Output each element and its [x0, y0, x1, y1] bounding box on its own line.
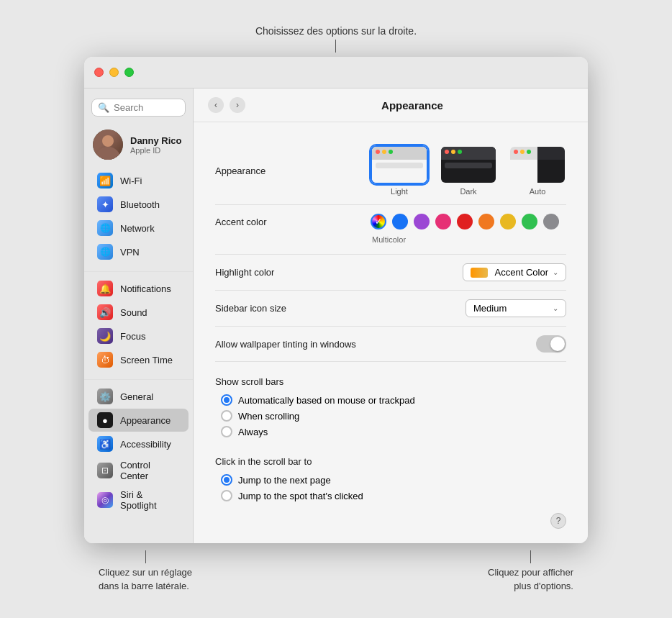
sidebar-label-controlcenter: Control Center [120, 460, 180, 481]
appearance-option-light[interactable]: Light [371, 145, 428, 196]
thumb-light-content [376, 163, 423, 168]
accent-yellow[interactable] [500, 214, 516, 230]
siri-icon: ◎ [97, 492, 113, 508]
thumb-dark-dots [445, 150, 462, 154]
click-spot-radio [221, 490, 232, 501]
content-title: Appearance [251, 99, 573, 112]
avatar-face [93, 129, 123, 160]
accent-orange[interactable] [478, 214, 494, 230]
controlcenter-icon: ⊡ [97, 463, 113, 478]
scroll-always-option[interactable]: Always [221, 426, 566, 437]
appearance-option-auto[interactable]: Auto [509, 145, 566, 196]
sidebar-label-network: Network [120, 223, 155, 234]
scroll-bars-label: Show scroll bars [215, 369, 566, 390]
help-button[interactable]: ? [550, 513, 566, 529]
highlight-color-dropdown[interactable]: Accent Color ⌄ [463, 263, 566, 281]
back-button[interactable]: ‹ [208, 97, 224, 113]
accent-green[interactable] [522, 214, 537, 230]
sidebar-item-vpn[interactable]: 🌐 VPN [88, 240, 189, 263]
highlight-color-text: Accent Color [495, 267, 548, 278]
accent-pink[interactable] [435, 214, 451, 230]
sidebar-item-appearance[interactable]: ● Appearance [88, 409, 189, 432]
avatar [93, 129, 123, 160]
network-icon: 🌐 [97, 220, 113, 236]
appearance-row-label: Appearance [215, 165, 359, 176]
wallpaper-tinting-toggle[interactable] [536, 335, 566, 353]
notifications-icon: 🔔 [97, 281, 113, 296]
accessibility-icon: ♿ [97, 436, 113, 452]
appearance-row: Appearance [215, 137, 566, 205]
annotation-left-line [145, 550, 146, 563]
highlight-swatch [471, 268, 488, 278]
general-icon: ⚙️ [97, 388, 113, 404]
accent-colors-group: Multicolor [371, 214, 559, 245]
search-input[interactable] [114, 102, 179, 113]
sidebar-label-siri: Siri & Spotlight [120, 489, 180, 511]
sidebar-item-notifications[interactable]: 🔔 Notifications [88, 277, 189, 300]
click-next-page-option[interactable]: Jump to the next page [221, 474, 566, 486]
accent-color-value: Multicolor [371, 214, 566, 245]
click-scroll-section: Click in the scroll bar to Jump to the n… [215, 442, 566, 506]
accent-graphite[interactable] [543, 214, 559, 230]
sidebar-item-wifi[interactable]: 📶 Wi-Fi [88, 169, 189, 192]
click-scroll-radio-group: Jump to the next page Jump to the spot t… [215, 474, 566, 501]
sidebar-item-sound[interactable]: 🔊 Sound [88, 301, 189, 324]
sidebar-section-personal: 🔔 Notifications 🔊 Sound 🌙 Focus ⏱ Screen… [84, 276, 193, 372]
svg-point-0 [95, 147, 121, 160]
content-body: Appearance [194, 122, 588, 543]
user-name: Danny Rico [130, 135, 182, 146]
accent-red[interactable] [457, 214, 473, 230]
accent-purple[interactable] [414, 214, 430, 230]
sidebar-item-controlcenter[interactable]: ⊡ Control Center [88, 456, 189, 485]
sidebar-item-accessibility[interactable]: ♿ Accessibility [88, 432, 189, 455]
appearance-options: Light [371, 145, 566, 196]
maximize-button[interactable] [124, 68, 134, 77]
highlight-color-label: Highlight color [215, 267, 359, 278]
sidebar-label-wifi: Wi-Fi [120, 176, 142, 186]
sidebar-icon-size-label: Sidebar icon size [215, 303, 359, 314]
click-scroll-label: Click in the scroll bar to [215, 449, 566, 470]
click-next-page-label: Jump to the next page [238, 475, 331, 486]
click-spot-option[interactable]: Jump to the spot that's clicked [221, 490, 566, 501]
dot-max-a [527, 150, 531, 154]
thumb-auto-bg [510, 147, 565, 183]
dot-close-d [445, 150, 449, 154]
wallpaper-tinting-label: Allow wallpaper tinting in windows [215, 339, 359, 350]
sidebar-item-focus[interactable]: 🌙 Focus [88, 324, 189, 347]
appearance-option-dark[interactable]: Dark [440, 145, 497, 196]
sidebar-item-general[interactable]: ⚙️ General [88, 385, 189, 408]
search-bar[interactable]: 🔍 [91, 99, 186, 117]
user-profile[interactable]: Danny Rico Apple ID [84, 124, 193, 168]
highlight-color-value: Accent Color ⌄ [371, 263, 566, 281]
tooltip-top: Choisissez des options sur la droite. [255, 25, 417, 53]
scroll-auto-option[interactable]: Automatically based on mouse or trackpad [221, 394, 566, 406]
accent-blue[interactable] [392, 214, 408, 230]
sidebar-item-bluetooth[interactable]: ✦ Bluetooth [88, 193, 189, 216]
sidebar-label-general: General [120, 391, 153, 402]
sidebar-item-siri[interactable]: ◎ Siri & Spotlight [88, 486, 189, 514]
minimize-button[interactable] [109, 68, 119, 77]
scroll-scrolling-option[interactable]: When scrolling [221, 410, 566, 422]
window-wrapper: Choisissez des options sur la droite. 🔍 [84, 25, 588, 592]
forward-button[interactable]: › [230, 97, 245, 113]
scroll-scrolling-radio [221, 410, 232, 422]
dot-max [389, 150, 393, 154]
accent-color-row: Accent color [215, 205, 566, 255]
main-window: 🔍 Danny Rico [84, 57, 588, 543]
sidebar-section-network: 📶 Wi-Fi ✦ Bluetooth 🌐 Network 🌐 VPN [84, 168, 193, 264]
accent-multicolor[interactable] [371, 214, 386, 230]
close-button[interactable] [94, 68, 104, 77]
accent-color-swatches [371, 214, 559, 230]
divider-2 [84, 379, 193, 380]
sidebar-icon-size-dropdown[interactable]: Medium ⌄ [466, 299, 566, 317]
show-scroll-bars-section: Show scroll bars Automatically based on … [215, 362, 566, 442]
accent-color-label: Accent color [215, 214, 359, 227]
sidebar-item-network[interactable]: 🌐 Network [88, 217, 189, 240]
scroll-auto-label: Automatically based on mouse or trackpad [238, 395, 415, 406]
sidebar-icon-size-chevron: ⌄ [553, 304, 558, 312]
svg-point-1 [102, 135, 114, 147]
thumb-light-dots [376, 150, 393, 154]
annotation-right: Cliquez pour afficherplus d'options. [488, 550, 573, 592]
highlight-chevron: ⌄ [553, 268, 558, 276]
sidebar-item-screentime[interactable]: ⏱ Screen Time [88, 348, 189, 371]
